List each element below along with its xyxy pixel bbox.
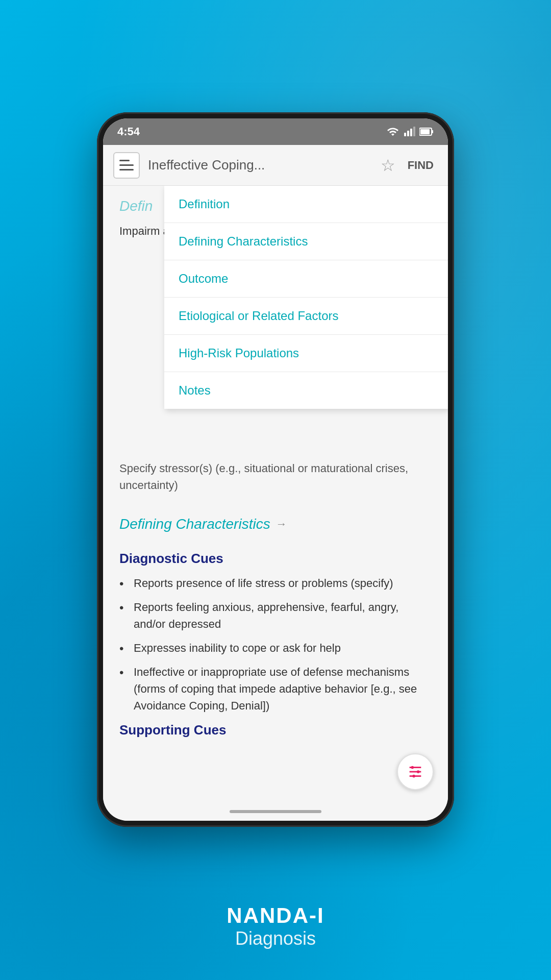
svg-rect-3 [413, 127, 415, 136]
main-content: Specify stressor(s) (e.g., situational o… [103, 460, 448, 738]
list-item: Ineffective or inappropriate use of defe… [119, 664, 432, 714]
diagnostic-cues-heading: Diagnostic Cues [119, 551, 432, 567]
filter-fab-button[interactable] [397, 753, 434, 790]
home-bar [230, 810, 321, 813]
list-item: Expresses inability to cope or ask for h… [119, 640, 432, 656]
dropdown-item-outcome[interactable]: Outcome [164, 260, 448, 298]
list-item: Reports feeling anxious, apprehensive, f… [119, 599, 432, 632]
svg-rect-8 [119, 164, 134, 166]
svg-rect-1 [407, 131, 409, 136]
dropdown-item-etiological-factors[interactable]: Etiological or Related Factors [164, 298, 448, 335]
menu-icon [119, 160, 134, 171]
wifi-icon [387, 126, 399, 138]
diagnostic-cues-list: Reports presence of life stress or probl… [119, 575, 432, 714]
status-time: 4:54 [117, 125, 140, 138]
svg-rect-7 [119, 160, 130, 161]
svg-rect-2 [410, 129, 412, 136]
app-label: NANDA-I Diagnosis [0, 903, 551, 949]
svg-point-13 [411, 766, 414, 769]
signal-icon [403, 126, 415, 138]
app-subtitle: Diagnosis [0, 928, 551, 949]
svg-rect-9 [119, 169, 134, 170]
list-item: Reports presence of life stress or probl… [119, 575, 432, 592]
app-title: NANDA-I [0, 903, 551, 928]
dropdown-menu: Definition Defining Characteristics Outc… [164, 186, 448, 409]
defining-characteristics-section: Defining Characteristics → [119, 504, 432, 541]
svg-rect-6 [432, 130, 433, 133]
svg-point-14 [417, 770, 420, 773]
toolbar-title: Ineffective Coping... [148, 157, 372, 173]
menu-icon-button[interactable] [113, 152, 140, 179]
dropdown-item-high-risk-populations[interactable]: High-Risk Populations [164, 335, 448, 372]
svg-rect-5 [420, 129, 430, 134]
section-arrow-icon: → [276, 518, 287, 531]
dropdown-item-notes[interactable]: Notes [164, 372, 448, 409]
specifier-text: Specify stressor(s) (e.g., situational o… [119, 460, 432, 494]
dropdown-item-definition[interactable]: Definition [164, 186, 448, 223]
filter-icon [407, 763, 424, 780]
toolbar: Ineffective Coping... ☆ FIND [103, 145, 448, 186]
home-indicator [103, 802, 448, 821]
status-icons [387, 126, 434, 138]
supporting-cues-heading: Supporting Cues [119, 722, 432, 738]
content-area: Defin Impairm apprais to use r stressfu … [103, 186, 448, 802]
status-bar: 4:54 [103, 118, 448, 145]
dropdown-item-defining-characteristics[interactable]: Defining Characteristics [164, 223, 448, 260]
phone-frame: 4:54 [97, 112, 454, 827]
favorite-button[interactable]: ☆ [381, 156, 395, 175]
svg-point-15 [412, 775, 415, 778]
phone-screen: 4:54 [103, 118, 448, 821]
svg-rect-0 [404, 133, 406, 136]
find-button[interactable]: FIND [404, 155, 438, 176]
battery-icon [419, 127, 434, 136]
